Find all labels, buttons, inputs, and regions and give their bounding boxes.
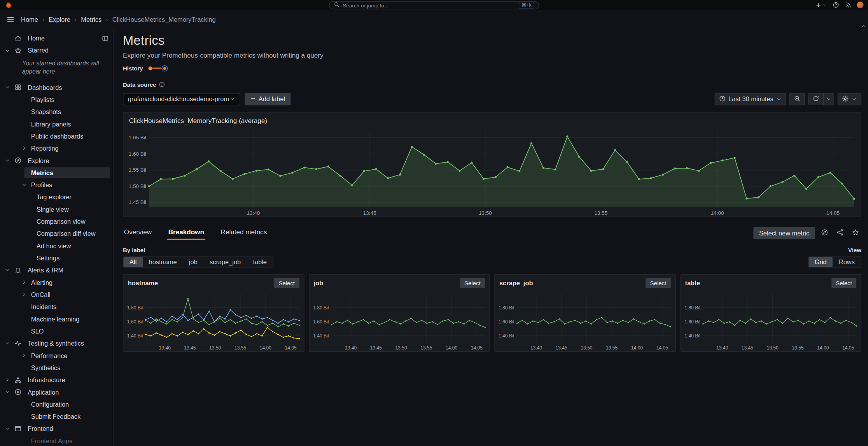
sitemap-icon [14, 376, 22, 384]
svg-text:13:50: 13:50 [209, 345, 221, 351]
history-current-step-icon [162, 65, 168, 71]
explore-metric-button[interactable] [818, 227, 830, 239]
select-button-scrape-job[interactable]: Select [646, 278, 670, 288]
breadcrumb-item-home[interactable]: Home [21, 16, 38, 23]
sidebar-item-configuration[interactable]: Configuration [0, 398, 113, 410]
label-filter-hostname[interactable]: hostname [143, 257, 183, 267]
job-chart[interactable]: 13:4013:4513:5013:5514:0014:051.40 Bil1.… [309, 289, 489, 351]
bookmark-button[interactable] [849, 227, 861, 239]
dock-menu-button[interactable] [102, 35, 108, 42]
main-chart[interactable]: 13:4013:4513:5013:5514:0014:051.45 Bil1.… [123, 126, 861, 216]
time-range-picker[interactable]: Last 30 minutes [714, 93, 786, 105]
sidebar-item-library-panels[interactable]: Library panels [0, 118, 113, 130]
tab-breakdown[interactable]: Breakdown [167, 226, 205, 240]
label-filter-scrape-job[interactable]: scrape_job [203, 257, 247, 267]
breadcrumb-bar: Home›Explore›Metrics›ClickHouseMetrics_M… [0, 10, 868, 29]
sidebar-item-alerting[interactable]: Alerting [0, 276, 113, 288]
refresh-interval-button[interactable] [823, 93, 834, 105]
help-button[interactable] [833, 2, 839, 8]
sidebar-item-incidents[interactable]: Incidents [0, 301, 113, 313]
sidebar-item-playlists[interactable]: Playlists [0, 93, 113, 105]
sidebar-item-ad-hoc-view[interactable]: Ad hoc view [0, 240, 113, 252]
main-content: Metrics Explore your Prometheus-compatib… [114, 29, 868, 446]
sidebar-item-application[interactable]: Application [0, 386, 113, 398]
refresh-button[interactable] [808, 93, 823, 105]
search-input[interactable]: Search or jump to... ⌘+k [329, 1, 539, 9]
sidebar-item-reporting[interactable]: Reporting [0, 142, 113, 155]
label-filter-table[interactable]: table [247, 257, 273, 267]
tab-overview[interactable]: Overview [123, 226, 153, 240]
chevron-down-icon [826, 97, 831, 102]
select-button-job[interactable]: Select [460, 278, 485, 288]
svg-text:13:50: 13:50 [395, 345, 407, 351]
svg-text:1.65 Bil: 1.65 Bil [129, 135, 146, 140]
sidebar-item-frontend[interactable]: Frontend [0, 423, 113, 435]
view-option-rows[interactable]: Rows [833, 257, 861, 267]
sidebar-item-machine-learning[interactable]: Machine learning [0, 313, 113, 325]
sidebar-item-dashboards[interactable]: Dashboards [0, 81, 113, 93]
sidebar-item-alerts-irm[interactable]: Alerts & IRM [0, 264, 113, 276]
zoom-out-button[interactable] [789, 93, 805, 105]
info-icon[interactable] [159, 80, 165, 90]
sidebar-item-infrastructure[interactable]: Infrastructure [0, 374, 113, 386]
label-filter-job[interactable]: job [183, 257, 203, 267]
help-icon [833, 2, 839, 8]
sidebar-item-slo[interactable]: SLO [0, 325, 113, 337]
svg-text:1.60 Bil: 1.60 Bil [499, 319, 514, 325]
sidebar-item-testing-synthetics[interactable]: Testing & synthetics [0, 337, 113, 349]
news-button[interactable] [845, 2, 851, 8]
sidebar-item-public-dashboards[interactable]: Public dashboards [0, 130, 113, 142]
tabs-row: OverviewBreakdownRelated metrics Select … [123, 226, 861, 240]
select-button-table[interactable]: Select [831, 278, 856, 288]
sidebar-item-comparison-diff-view[interactable]: Comparison diff view [0, 228, 113, 240]
sidebar-item-tag-explorer[interactable]: Tag explorer [0, 191, 113, 203]
tabs: OverviewBreakdownRelated metrics [123, 226, 282, 240]
datasource-select[interactable]: grafanacloud-clickhousedemo-prom [123, 93, 240, 105]
page-subtitle: Explore your Prometheus-compatible metri… [123, 51, 861, 59]
breadcrumb-item-metrics[interactable]: Metrics [81, 16, 102, 23]
sidebar-item-submit-feedback[interactable]: Submit Feedback [0, 410, 113, 422]
chevron-right-icon [21, 279, 27, 286]
sidebar-item-settings[interactable]: Settings [0, 252, 113, 264]
view-option-grid[interactable]: Grid [808, 257, 833, 267]
sidebar-item-performance[interactable]: Performance [0, 349, 113, 362]
breadcrumb-item-explore[interactable]: Explore [49, 16, 70, 23]
menu-toggle-button[interactable] [7, 16, 14, 23]
info-icon [159, 81, 165, 88]
hostname-chart[interactable]: 13:4013:4513:5013:5514:0014:051.40 Bil1.… [123, 289, 303, 351]
sidebar-item-explore[interactable]: Explore [0, 155, 113, 167]
sidebar-item-metrics[interactable]: Metrics [0, 167, 113, 179]
history-stepper[interactable] [149, 65, 168, 71]
chevron-down-icon [4, 426, 10, 432]
sidebar-item-single-view[interactable]: Single view [0, 203, 113, 215]
chevron-down-icon [822, 3, 827, 7]
sidebar-item-home[interactable]: Home [0, 32, 113, 44]
sidebar-item-frontend-apps[interactable]: Frontend Apps [0, 435, 113, 446]
filter-row: By label Allhostnamejobscrape_jobtable V… [123, 246, 861, 267]
select-button-hostname[interactable]: Select [274, 278, 299, 288]
select-new-metric-button[interactable]: Select new metric [754, 227, 815, 239]
add-label-button[interactable]: Add label [245, 93, 290, 105]
tab-related-metrics[interactable]: Related metrics [220, 226, 268, 240]
svg-text:1.45 Bil: 1.45 Bil [129, 199, 146, 205]
label-filter-all[interactable]: All [123, 257, 143, 267]
chevron-right-icon [21, 291, 27, 298]
sidebar-item-oncall[interactable]: OnCall [0, 288, 113, 300]
apps-icon [14, 84, 22, 91]
chevron-down-icon [4, 84, 10, 91]
grafana-logo[interactable] [4, 1, 12, 9]
panel-header: hostnameSelect [123, 275, 303, 289]
new-menu-button[interactable] [816, 2, 827, 8]
sidebar-item-snapshots[interactable]: Snapshots [0, 106, 113, 118]
table-chart[interactable]: 13:4013:4513:5013:5514:0014:051.40 Bil1.… [681, 289, 861, 351]
user-avatar[interactable] [857, 2, 864, 8]
sidebar-item-synthetics[interactable]: Synthetics [0, 362, 113, 374]
settings-button[interactable] [838, 93, 861, 105]
scrape-job-chart[interactable]: 13:4013:4513:5013:5514:0014:051.40 Bil1.… [495, 289, 675, 351]
svg-text:1.55 Bil: 1.55 Bil [129, 167, 146, 173]
sidebar-item-comparison-view[interactable]: Comparison view [0, 215, 113, 227]
sidebar-item-starred[interactable]: Starred [0, 44, 113, 56]
compass-icon [821, 228, 828, 237]
share-button[interactable] [834, 227, 846, 239]
sidebar-item-profiles[interactable]: Profiles [0, 179, 113, 191]
